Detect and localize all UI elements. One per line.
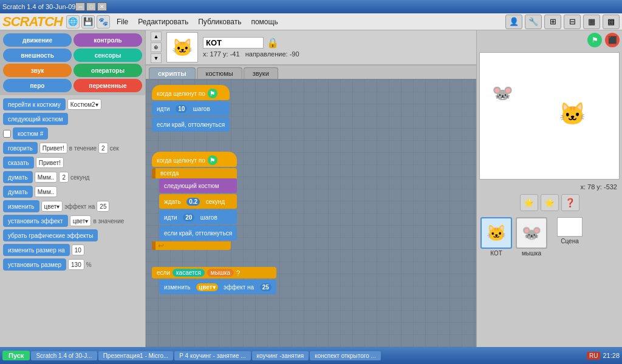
block-next-costume-script[interactable]: следующий костюм bbox=[159, 178, 237, 193]
block-bounce-1[interactable]: если край, оттолкнуться bbox=[152, 117, 230, 132]
sprite-name-input[interactable] bbox=[203, 37, 264, 49]
lock-icon: 🔒 bbox=[267, 37, 279, 49]
menu-help[interactable]: помощь bbox=[246, 16, 282, 27]
sprite-thumb-mouse[interactable]: 🐭 bbox=[516, 217, 547, 249]
star-tool-2[interactable]: ⭐ bbox=[541, 194, 559, 211]
size-set-val[interactable]: 130 bbox=[68, 259, 84, 270]
main-area: движение контроль внешность сенсоры звук… bbox=[0, 30, 622, 347]
nav-mid[interactable]: ⊕ bbox=[151, 42, 162, 52]
block-wait-02[interactable]: ждать 0.2 секунд bbox=[159, 194, 237, 209]
list-item: думать Ммм.. 2 секунд bbox=[3, 171, 142, 183]
task-presentation[interactable]: Презентация1 - Micro... bbox=[98, 351, 174, 360]
task-notes[interactable]: конспект открытого ... bbox=[310, 351, 381, 360]
list-item: говорить Привет! в течение 2 сек bbox=[3, 142, 142, 154]
touches-block[interactable]: касается bbox=[173, 269, 205, 277]
category-buttons: движение контроль внешность сенсоры звук… bbox=[0, 30, 145, 95]
say-text[interactable]: Привет! bbox=[36, 157, 64, 168]
sprite-list-area: 🐱 КОТ 🐭 мышка Сцена bbox=[477, 214, 622, 347]
block-change-effect-script[interactable]: изменить цвет▾ эффект на 25 bbox=[159, 280, 276, 294]
task-scratch[interactable]: Scratch 1.4 of 30-J... bbox=[31, 351, 97, 360]
start-button[interactable]: Пуск bbox=[2, 351, 30, 360]
cat-movement[interactable]: движение bbox=[3, 33, 72, 47]
when-flag-hat-1[interactable]: когда щелкнут по ⚑ bbox=[152, 85, 230, 100]
costume-dropdown[interactable]: Костюм2▾ bbox=[67, 99, 101, 110]
block-move-20[interactable]: идти 20 шагов bbox=[159, 210, 237, 224]
val-10: 10 bbox=[176, 105, 187, 113]
cat-pen[interactable]: перо bbox=[3, 79, 72, 92]
block-bounce-2[interactable]: если край, оттолкнуться bbox=[159, 226, 237, 240]
block-think[interactable]: думать bbox=[3, 186, 33, 198]
block-change-size[interactable]: изменить размер на bbox=[3, 244, 70, 256]
stop-button[interactable]: ⬛ bbox=[605, 33, 620, 47]
nav-up[interactable]: ▲ bbox=[151, 32, 162, 41]
minimize-button[interactable]: ─ bbox=[75, 2, 85, 11]
block-clear-effects[interactable]: убрать графические эффекты bbox=[3, 229, 98, 241]
sprite-header: ▲ ⊕ ▼ 🐱 🔒 x: 177 y: -41 направление: -90 bbox=[146, 30, 476, 66]
close-button[interactable]: ✕ bbox=[97, 2, 107, 11]
user-icon[interactable]: 👤 bbox=[505, 15, 522, 29]
forever-block[interactable]: всегда bbox=[152, 168, 237, 178]
think-dur[interactable]: 2 bbox=[59, 172, 69, 183]
lang-button[interactable]: RU bbox=[587, 352, 600, 360]
right-panel: ⚑ ⬛ 🐭 🐱 x: 78 y: -532 ⭐ ⭐ ❓ 🐱 КОТ 🐭 мышк… bbox=[476, 30, 622, 347]
script-group-3: если касается мышка ? изменить цвет▾ эфф… bbox=[152, 267, 276, 295]
block-say-for[interactable]: говорить bbox=[3, 142, 38, 154]
block-set-size[interactable]: установить размер bbox=[3, 258, 66, 271]
block-say[interactable]: сказать bbox=[3, 157, 34, 169]
say-duration[interactable]: 2 bbox=[98, 143, 108, 153]
cat-variables[interactable]: переменные bbox=[73, 79, 142, 92]
block-costume-num[interactable]: костюм # bbox=[13, 127, 48, 140]
list-item: установить эффект цвет▾ в значение bbox=[3, 215, 142, 227]
maximize-button[interactable]: □ bbox=[86, 2, 96, 11]
stage-area: 🐭 🐱 bbox=[479, 52, 620, 180]
sprite-label-mouse: мышка bbox=[522, 250, 541, 257]
block-goto-costume[interactable]: перейти к костюму bbox=[3, 98, 66, 110]
block-set-effect[interactable]: установить эффект bbox=[3, 215, 68, 227]
sprite-icon[interactable]: 🐾 bbox=[97, 15, 110, 29]
cat-sensors[interactable]: сенсоры bbox=[73, 49, 142, 62]
scene-thumb[interactable] bbox=[557, 217, 583, 237]
block-next-costume[interactable]: следующий костюм bbox=[3, 113, 68, 125]
menu-edit[interactable]: Редактировать bbox=[133, 16, 193, 27]
block-move-10[interactable]: идти 10 шагов bbox=[152, 101, 230, 116]
cat-looks[interactable]: внешность bbox=[3, 49, 72, 62]
cat-sound[interactable]: звук bbox=[3, 64, 72, 77]
cat-control[interactable]: контроль bbox=[73, 33, 142, 47]
star-tool-1[interactable]: ⭐ bbox=[520, 194, 538, 211]
think-text1[interactable]: Ммм.. bbox=[35, 172, 58, 183]
layout1-icon[interactable]: ▦ bbox=[583, 15, 600, 29]
effect-type2[interactable]: цвет▾ bbox=[70, 215, 92, 226]
when-flag-hat-2[interactable]: когда щелкнут по ⚑ bbox=[152, 152, 237, 167]
if-block[interactable]: если касается мышка ? bbox=[152, 267, 276, 278]
layout2-icon[interactable]: ▩ bbox=[603, 15, 620, 29]
zoom-in-icon[interactable]: ⊞ bbox=[544, 15, 561, 29]
go-button[interactable]: ⚑ bbox=[587, 33, 602, 47]
sprite-thumb-cat[interactable]: 🐱 bbox=[480, 217, 512, 249]
size-change-val[interactable]: 10 bbox=[72, 244, 84, 255]
task-coaching1[interactable]: P 4 коучинг - занятие ... bbox=[174, 351, 250, 360]
tab-costumes[interactable]: костюмы bbox=[197, 67, 242, 79]
nav-down[interactable]: ▼ bbox=[151, 53, 162, 63]
effect-type1[interactable]: цвет▾ bbox=[41, 201, 63, 212]
taskbar: Пуск Scratch 1.4 of 30-J... Презентация1… bbox=[0, 347, 622, 364]
think-text2[interactable]: Ммм.. bbox=[35, 186, 58, 197]
cat-operators[interactable]: операторы bbox=[73, 64, 142, 77]
block-think-for[interactable]: думать bbox=[3, 171, 33, 183]
say-value[interactable]: Привет! bbox=[39, 143, 67, 153]
tab-scripts[interactable]: скрипты bbox=[149, 67, 196, 79]
tab-sounds[interactable]: звуки bbox=[244, 67, 278, 79]
menu-file[interactable]: File bbox=[112, 16, 133, 27]
effect-val1[interactable]: 25 bbox=[97, 201, 109, 212]
block-change-effect[interactable]: изменить bbox=[3, 200, 39, 212]
question-tool[interactable]: ❓ bbox=[561, 194, 579, 211]
globe-icon[interactable]: 🌐 bbox=[66, 15, 80, 29]
mouse-val[interactable]: мышка bbox=[207, 269, 234, 277]
list-item: изменить размер на 10 bbox=[3, 244, 142, 256]
task-coaching2[interactable]: коучинг -занятия bbox=[252, 351, 309, 360]
save-icon[interactable]: 💾 bbox=[81, 15, 95, 29]
costume-num-checkbox[interactable] bbox=[3, 130, 11, 138]
zoom-out-icon[interactable]: ⊟ bbox=[564, 15, 581, 29]
menu-share[interactable]: Публиковать bbox=[193, 16, 246, 27]
effect-amount: 25 bbox=[260, 283, 272, 291]
settings-icon[interactable]: 🔧 bbox=[525, 15, 542, 29]
